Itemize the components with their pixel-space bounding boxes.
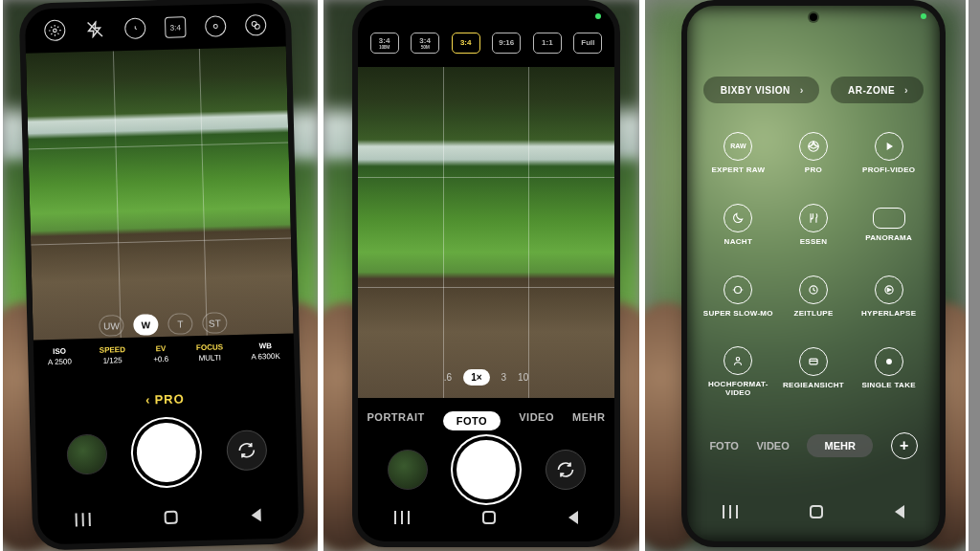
chevron-right-icon: › (904, 84, 908, 96)
aspect-3-4-108m[interactable]: 3:4108M (370, 33, 399, 54)
android-navbar (358, 501, 614, 534)
portrait-video-icon (724, 346, 752, 375)
timer-icon[interactable] (124, 17, 146, 39)
director-view-icon (799, 347, 828, 376)
mode-selector[interactable]: PORTRAIT FOTO VIDEO MEHR (358, 411, 614, 430)
mode-indicator-pro[interactable]: ‹PRO (34, 388, 295, 409)
phone-frame: 3:4 UW W T ST ISOA 2500 SPEED1/125 EV+0.… (25, 3, 300, 545)
flash-off-icon[interactable] (84, 18, 106, 40)
add-mode-button[interactable]: + (891, 432, 918, 459)
shutter-button[interactable] (136, 422, 197, 483)
zoom-10[interactable]: 10 (518, 372, 528, 383)
tile-profi-video[interactable]: PROFI-VIDEO (851, 121, 926, 192)
mode-foto[interactable]: FOTO (443, 411, 501, 430)
viewfinder[interactable] (358, 67, 614, 398)
pro-ev[interactable]: EV+0.6 (153, 344, 168, 364)
nav-recents-icon[interactable] (723, 505, 738, 518)
aspect-ratio-icon[interactable]: 3:4 (165, 16, 187, 38)
bixby-vision-label: BIXBY VISION (721, 85, 791, 96)
viewfinder[interactable] (26, 47, 294, 341)
tile-panorama[interactable]: PANORAMA (851, 192, 926, 264)
aspect-3-4[interactable]: 3:4 (452, 33, 480, 54)
camera-switch-button[interactable] (546, 450, 586, 490)
nav-recents-icon[interactable] (75, 513, 90, 526)
zoom-0-6[interactable]: .6 (444, 372, 452, 383)
single-take-icon (875, 347, 903, 376)
tile-regieansicht[interactable]: REGIEANSICHT (776, 336, 852, 408)
tile-pro[interactable]: PRO (776, 121, 852, 192)
mode-video[interactable]: VIDEO (756, 440, 789, 452)
nav-recents-icon[interactable] (394, 511, 410, 524)
screenshot-panel-foto: 3:4108M 3:450M 3:4 9:16 1:1 Full .6 1× 3… (321, 0, 642, 551)
zoom-3[interactable]: 3 (501, 372, 507, 383)
ar-zone-button[interactable]: AR-ZONE› (831, 77, 924, 103)
mode-foto[interactable]: FOTO (709, 440, 738, 452)
svg-point-10 (737, 357, 741, 361)
svg-point-2 (213, 24, 217, 28)
moon-icon (724, 204, 752, 232)
mode-grid: RAWEXPERT RAW PRO PROFI-VIDEO NACHT ESSE… (701, 121, 926, 408)
nav-home-icon[interactable] (810, 505, 823, 518)
bottom-mode-bar[interactable]: FOTO VIDEO MEHR + (687, 432, 940, 459)
grid-overlay (26, 47, 294, 341)
svg-point-7 (735, 286, 742, 293)
mode-video[interactable]: VIDEO (519, 411, 554, 430)
mode-mehr[interactable]: MEHR (572, 411, 605, 430)
lens-t[interactable]: T (167, 313, 193, 335)
pro-wb[interactable]: WBA 6300K (251, 342, 280, 362)
mode-mehr[interactable]: MEHR (807, 434, 872, 457)
tile-hochformat-video[interactable]: HOCHFORMAT- VIDEO (701, 336, 776, 408)
front-camera-punchhole (810, 13, 817, 21)
top-pill-row: BIXBY VISION› AR-ZONE› (687, 77, 940, 103)
aspect-3-4-50m[interactable]: 3:450M (411, 33, 439, 54)
slowmo-icon (724, 276, 752, 304)
nav-back-icon[interactable] (252, 508, 261, 521)
food-icon (799, 204, 828, 232)
pro-parameters: ISOA 2500 SPEED1/125 EV+0.6 FOCUSMULTI W… (33, 341, 294, 366)
aspect-full[interactable]: Full (573, 33, 602, 54)
pro-speed[interactable]: SPEED1/125 (100, 345, 126, 365)
aspect-1-1[interactable]: 1:1 (533, 33, 562, 54)
tile-single-take[interactable]: SINGLE TAKE (851, 336, 926, 408)
ar-zone-label: AR-ZONE (848, 85, 895, 96)
svg-point-5 (809, 141, 819, 151)
nav-home-icon[interactable] (482, 511, 496, 524)
tile-zeitlupe[interactable]: ZEITLUPE (776, 264, 852, 336)
play-icon (875, 132, 903, 161)
panorama-icon (873, 208, 905, 229)
filter-icon[interactable] (245, 14, 267, 36)
gallery-thumbnail[interactable] (388, 450, 428, 490)
tile-expert-raw[interactable]: RAWEXPERT RAW (701, 121, 776, 192)
settings-icon[interactable] (44, 20, 66, 42)
nav-back-icon[interactable] (895, 505, 904, 518)
screenshot-panel-mehr: BIXBY VISION› AR-ZONE› RAWEXPERT RAW PRO… (642, 0, 969, 551)
pro-iso[interactable]: ISOA 2500 (48, 347, 72, 367)
phone-frame: 3:4108M 3:450M 3:4 9:16 1:1 Full .6 1× 3… (358, 6, 614, 541)
lens-w[interactable]: W (133, 314, 159, 336)
nav-home-icon[interactable] (164, 511, 177, 524)
bixby-vision-button[interactable]: BIXBY VISION› (703, 77, 819, 103)
raw-icon: RAW (724, 132, 752, 161)
camera-switch-button[interactable] (226, 430, 267, 471)
shutter-button[interactable] (457, 440, 516, 499)
pro-focus[interactable]: FOCUSMULTI (196, 342, 224, 363)
camera-active-indicator (921, 13, 926, 19)
shutter-row (358, 440, 614, 499)
tile-super-slow-mo[interactable]: SUPER SLOW-MO (701, 264, 776, 336)
mode-label: PRO (154, 391, 185, 407)
nav-back-icon[interactable] (568, 511, 578, 524)
lens-st[interactable]: ST (202, 312, 228, 334)
mode-portrait[interactable]: PORTRAIT (368, 411, 425, 430)
tile-essen[interactable]: ESSEN (776, 192, 852, 264)
lens-uw[interactable]: UW (99, 315, 124, 337)
aperture-icon (799, 132, 828, 161)
aspect-9-16[interactable]: 9:16 (492, 33, 521, 54)
svg-point-12 (886, 359, 891, 364)
svg-point-3 (252, 21, 256, 26)
tile-hyperlapse[interactable]: HYPERLAPSE (851, 264, 926, 336)
gallery-thumbnail[interactable] (66, 434, 107, 475)
zoom-1x[interactable]: 1× (463, 369, 489, 386)
tile-nacht[interactable]: NACHT (701, 192, 776, 264)
hyperlapse-icon (875, 276, 903, 304)
metering-icon[interactable] (205, 15, 227, 37)
